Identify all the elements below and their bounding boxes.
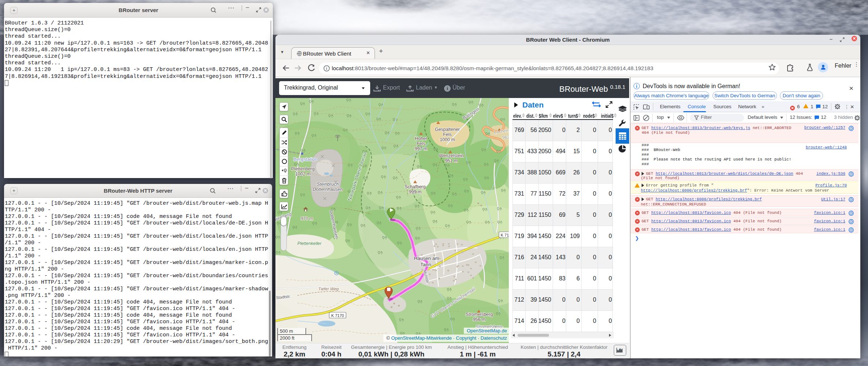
svg-text:999 m: 999 m <box>409 189 422 195</box>
svg-text:Gespaltener: Gespaltener <box>435 127 460 132</box>
svg-text:Plettenkeller: Plettenkeller <box>297 241 322 246</box>
svg-text:Plettenberg: Plettenberg <box>291 166 315 171</box>
svg-text:997 m: 997 m <box>415 146 428 151</box>
svg-text:Steinbruch: Steinbruch <box>317 182 339 187</box>
svg-text:Schafberg: Schafberg <box>405 184 426 189</box>
svg-text:Hausen am: Hausen am <box>414 256 439 261</box>
svg-text:Hoher: Hoher <box>415 136 427 141</box>
svg-text:970 m: 970 m <box>301 216 313 221</box>
svg-text:Bergstation: Bergstation <box>293 156 317 162</box>
svg-text:Wenzelstein: Wenzelstein <box>439 153 464 158</box>
svg-text:1000 m: 1000 m <box>440 137 455 142</box>
svg-text:K 717: K 717 <box>501 233 509 237</box>
svg-text:956 m: 956 m <box>473 317 486 322</box>
svg-text:963 m: 963 m <box>502 135 509 140</box>
svg-text:Stromelsberg: Stromelsberg <box>466 312 493 317</box>
svg-text:Dotternhausen: Dotternhausen <box>313 187 343 192</box>
svg-text:K 7170: K 7170 <box>331 313 344 318</box>
svg-text:Tiefer Weg: Tiefer Weg <box>318 287 339 291</box>
svg-text:Tann: Tann <box>420 262 431 267</box>
svg-text:1002 m: 1002 m <box>295 171 311 177</box>
svg-text:Fels: Fels <box>443 132 452 137</box>
